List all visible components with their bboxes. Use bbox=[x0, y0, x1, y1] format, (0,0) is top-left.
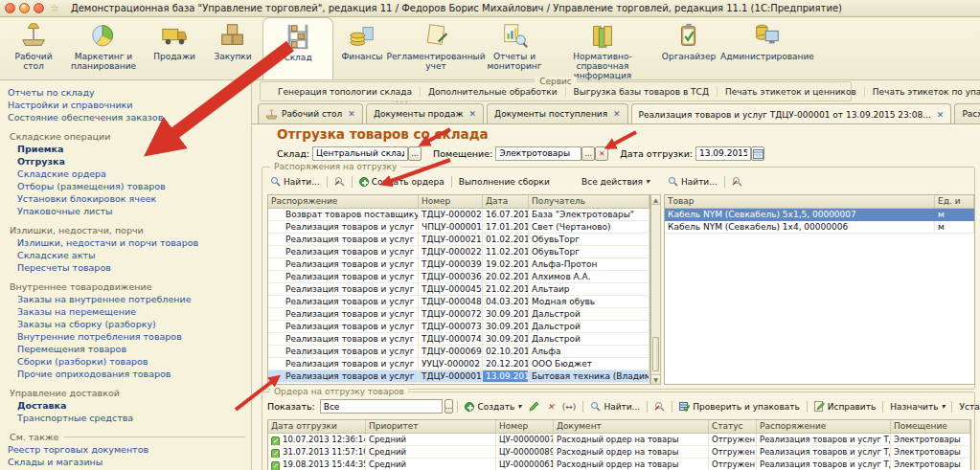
ribbon-section-warehouse[interactable]: Склад bbox=[262, 17, 333, 79]
column-header[interactable]: Ед. и bbox=[935, 195, 974, 208]
ribbon-section-reference-info[interactable]: Нормативно-справочная информация bbox=[548, 17, 657, 79]
column-header[interactable]: Дата отгрузки bbox=[268, 420, 366, 433]
column-header[interactable]: Документ bbox=[554, 420, 709, 433]
cancel-search-button[interactable] bbox=[651, 400, 668, 413]
create-orders-button[interactable]: Создать ордера bbox=[356, 176, 447, 188]
window-menu-icon[interactable] bbox=[5, 3, 15, 13]
table-row[interactable]: Кабель NYM (Севкабель) 1х4, 00000006 м bbox=[665, 221, 974, 234]
ship-date-input[interactable] bbox=[695, 146, 751, 161]
orders-table-scrollbar[interactable] bbox=[650, 194, 661, 385]
table-row[interactable]: 10.07.2013 12:36:14 Средний ЦУ-00000007 … bbox=[268, 434, 970, 446]
column-header[interactable]: Получатель bbox=[529, 195, 650, 208]
table-row[interactable]: Реализация товаров и услуг ТДЦУ-000022 1… bbox=[268, 246, 650, 258]
sidebar-item[interactable]: Внутренние потребления товаров bbox=[0, 330, 251, 343]
column-header[interactable]: Номер bbox=[419, 195, 483, 208]
window-close-icon[interactable] bbox=[34, 3, 44, 13]
sidebar-item[interactable]: Приемка bbox=[0, 143, 251, 155]
column-header[interactable]: Товар bbox=[665, 195, 935, 208]
window-dropdown-icon[interactable] bbox=[19, 3, 30, 13]
room-clear-icon[interactable]: ✕ bbox=[595, 146, 608, 161]
sidebar-item[interactable]: Складские ордера bbox=[0, 168, 251, 180]
ribbon-section-regulated-accounting[interactable]: Регламентированный учет bbox=[391, 17, 481, 79]
table-row[interactable]: Реализация товаров и услуг ТДЦУ-000074 3… bbox=[268, 333, 650, 346]
check-and-pack-button[interactable]: Проверить и упаковать bbox=[676, 400, 803, 413]
favorites-star-icon[interactable] bbox=[50, 2, 59, 14]
sidebar-item[interactable]: Настройки и справочники bbox=[0, 99, 251, 111]
tab[interactable]: Документы поступления bbox=[487, 103, 628, 123]
tab[interactable]: Документы продаж bbox=[366, 103, 484, 123]
close-tab-icon[interactable] bbox=[937, 110, 945, 120]
table-row[interactable]: Реализация товаров и услуг ТДЦУ-000048 0… bbox=[268, 296, 650, 308]
close-tab-icon[interactable] bbox=[348, 109, 355, 119]
all-actions-button[interactable]: Все действия bbox=[579, 176, 652, 188]
sidebar-item[interactable]: Заказы на сборку (разборку) bbox=[0, 318, 251, 330]
service-link-processing[interactable]: Дополнительные обработки bbox=[421, 87, 566, 97]
service-link-packing-labels[interactable]: Печать этикеток по упаковочным листам bbox=[865, 87, 980, 97]
create-button[interactable]: Создать bbox=[462, 401, 524, 413]
ribbon-section-organizer[interactable]: Органайзер bbox=[657, 17, 720, 79]
sidebar-item[interactable]: Сборки (разборки) товаров bbox=[0, 355, 251, 368]
goods-find-button[interactable]: Найти... bbox=[665, 175, 720, 188]
room-input[interactable] bbox=[495, 146, 581, 161]
tab[interactable]: Реализация товаров и услуг ТДЦУ-000001 о… bbox=[631, 103, 952, 124]
column-header[interactable]: Распоряжение bbox=[757, 420, 891, 433]
edit-button[interactable] bbox=[526, 400, 542, 413]
service-link-tsd-export[interactable]: Выгрузка базы товаров в ТСД bbox=[566, 87, 718, 97]
cancel-search-button[interactable] bbox=[331, 175, 348, 188]
set-status-button[interactable]: Установить статус bbox=[956, 401, 980, 413]
sidebar-item[interactable]: Заказы на перемещение bbox=[0, 305, 251, 318]
sidebar-item[interactable]: Упаковочные листы bbox=[0, 205, 251, 217]
scroll-up-icon[interactable] bbox=[651, 195, 660, 205]
assembly-button[interactable]: Выполнение сборки bbox=[456, 176, 553, 188]
sidebar-item[interactable]: Склады и магазины bbox=[0, 456, 251, 468]
sidebar-item[interactable]: Прочие оприходования товаров bbox=[0, 368, 251, 380]
ribbon-section-finance[interactable]: Финансы bbox=[333, 17, 391, 79]
table-row[interactable]: Реализация товаров и услуг ТДЦУ-000045 2… bbox=[268, 283, 650, 296]
find-button[interactable]: Найти... bbox=[267, 175, 323, 188]
delete-button[interactable] bbox=[544, 401, 558, 413]
set-period-button[interactable]: (↔) bbox=[559, 401, 580, 413]
warehouse-input[interactable] bbox=[312, 146, 408, 161]
sidebar-item[interactable]: Складские акты bbox=[0, 249, 251, 261]
column-header[interactable]: Дата bbox=[483, 195, 529, 208]
table-row[interactable]: Реализация товаров и услуг ТДЦУ-000001 1… bbox=[268, 370, 650, 383]
table-row[interactable]: Возврат товаров поставщику ТДЦУ-000002 1… bbox=[268, 209, 650, 221]
ribbon-section-reports[interactable]: Отчеты и мониторинг bbox=[481, 17, 548, 79]
column-header[interactable]: Приоритет bbox=[366, 420, 496, 433]
sidebar-item[interactable]: Излишки, недостачи и порчи товаров bbox=[0, 236, 251, 249]
table-row[interactable]: Кабель NYM (Севкабель) 5х1,5, 00000007 м bbox=[665, 209, 974, 221]
sidebar-item[interactable]: Отборы (размещения) товаров bbox=[0, 180, 251, 192]
goods-cancel-search-button[interactable] bbox=[729, 175, 745, 188]
table-row[interactable]: Реализация товаров и услуг УУЦУ-000002 2… bbox=[268, 358, 650, 370]
show-filter-input[interactable] bbox=[320, 399, 443, 414]
column-header[interactable]: Статус bbox=[709, 420, 757, 433]
ribbon-section-purchases[interactable]: Закупки bbox=[203, 17, 262, 79]
sidebar-item[interactable]: Отчеты по складу bbox=[0, 86, 251, 99]
close-tab-icon[interactable] bbox=[469, 109, 477, 119]
sidebar-item[interactable]: Пересчеты товаров bbox=[0, 261, 251, 274]
service-link-labels[interactable]: Печать этикеток и ценников bbox=[718, 87, 865, 97]
ribbon-section-desktop[interactable]: Рабочий стол bbox=[6, 17, 61, 79]
ribbon-section-sales[interactable]: Продажи bbox=[146, 17, 203, 79]
sidebar-item[interactable]: Отгрузка bbox=[0, 155, 251, 168]
fix-button[interactable]: Исправить bbox=[811, 400, 879, 413]
column-header[interactable]: Помещение bbox=[891, 420, 970, 433]
column-header[interactable]: Номер bbox=[496, 420, 554, 433]
table-row[interactable]: Реализация товаров и услуг ТДЦУ-000073 3… bbox=[268, 321, 650, 333]
table-row[interactable]: Реализация товаров и услуг ТДЦУ-000072 3… bbox=[268, 308, 650, 321]
tab[interactable]: Расходный ордер на товары ЦУ-00000002 от… bbox=[954, 103, 980, 123]
sidebar-item[interactable]: Состояние обеспечения заказов bbox=[0, 111, 251, 123]
table-row[interactable]: Реализация товаров и услуг ЧПЦУ-000001 1… bbox=[268, 221, 650, 234]
table-row[interactable]: Реализация товаров и услуг ТДЦУ-000039 1… bbox=[268, 258, 650, 271]
table-row[interactable]: Реализация товаров и услуг ТДЦУ-000069 0… bbox=[268, 346, 650, 358]
tab[interactable]: Рабочий стол bbox=[258, 103, 363, 123]
table-row[interactable]: 19.08.2013 15:44:35 Средний ЦУ-00000061 … bbox=[268, 459, 970, 470]
service-link-topology[interactable]: Генерация топологии склада bbox=[270, 87, 421, 97]
sidebar-item[interactable]: Перемещения товаров bbox=[0, 343, 251, 355]
scrollbar-thumb[interactable] bbox=[652, 337, 659, 371]
ribbon-section-marketing[interactable]: Маркетинг и планирование bbox=[61, 17, 146, 79]
find-button[interactable]: Найти... bbox=[587, 400, 643, 413]
sidebar-item[interactable]: Установки блокировок ячеек bbox=[0, 192, 251, 205]
assign-button[interactable]: Назначить bbox=[887, 401, 947, 413]
table-row[interactable]: Реализация товаров и услуг ТДЦУ-000021 0… bbox=[268, 234, 650, 246]
